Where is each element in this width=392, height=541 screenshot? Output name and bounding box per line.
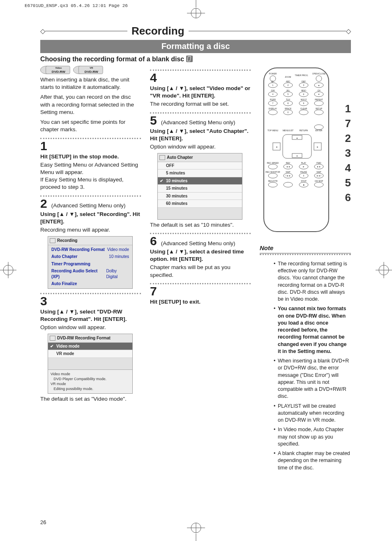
remote-callout-number: 7: [345, 118, 351, 129]
svg-text:3: 3: [303, 84, 304, 86]
note-item: When inserting a blank DVD+R or DVD+RW d…: [274, 358, 351, 400]
step-1-body: Easy Setting Menu or Advanced Setting Me…: [40, 161, 141, 191]
svg-text:ZOOM: ZOOM: [285, 76, 291, 78]
svg-text:CM SKIP: CM SKIP: [315, 180, 323, 182]
page-number: 26: [40, 519, 46, 525]
osd-format-footer: Video mode DVD Player Compatibility mode…: [48, 369, 132, 393]
svg-text:TOP MENU: TOP MENU: [267, 129, 279, 132]
crop-mark-bottom: [184, 520, 208, 541]
svg-text:SETUP: SETUP: [316, 107, 323, 110]
step-2-body: Recording menu will appear.: [40, 226, 141, 234]
osd-option: 15 minutes: [158, 185, 242, 193]
folder-icon: [50, 336, 55, 341]
dvd-rw-video-badge: VideoDVD-RW: [40, 65, 71, 74]
svg-text:▲: ▲: [318, 84, 320, 86]
svg-text:◄: ◄: [276, 146, 278, 148]
column-3: POWER ZOOM TIMER PROG. OPEN/CLOSE @!.1AB…: [260, 65, 351, 476]
osd-row: DVD-RW Recording FormatVideo mode: [48, 246, 132, 253]
note-item: The recording format setting is effectiv…: [274, 260, 351, 303]
svg-text:PQRS: PQRS: [270, 98, 276, 101]
remote-callout-number: 5: [345, 177, 351, 188]
svg-text:JKL: JKL: [286, 89, 290, 92]
step-3-head: Using [▲ / ▼], select "DVD-RW Recording …: [40, 308, 141, 323]
svg-text:MNO: MNO: [301, 89, 306, 92]
note-item: You cannot mix two formats on one DVD-RW…: [274, 305, 351, 355]
crop-mark-left: [0, 262, 16, 279]
svg-text:▼: ▼: [318, 93, 320, 95]
note-heading: Note: [260, 244, 351, 253]
svg-text:CH: CH: [317, 89, 321, 92]
remote-callout-number: 6: [345, 192, 351, 203]
manual-page: E6701UD_ENSP.qx3 05.4.26 12:01 Page 26 ◇…: [0, 0, 392, 541]
remote-callout-number: 1: [345, 103, 351, 114]
column-2: 4 Using [▲ / ▼], select "Video mode" or …: [150, 65, 251, 476]
step-7-head: Hit [SETUP] to exit.: [150, 298, 251, 306]
crop-mark-right: [376, 262, 392, 279]
step-6-body: Chapter marks will be put as you specifi…: [150, 264, 251, 279]
svg-text:GHI: GHI: [271, 89, 275, 92]
svg-text:4: 4: [272, 93, 274, 95]
folder-icon: [50, 238, 55, 243]
svg-text:SKIP: SKIP: [286, 171, 291, 173]
svg-text:POWER: POWER: [269, 72, 277, 75]
osd-option: ✔Video mode: [48, 343, 132, 351]
step-4-head: Using [▲ / ▼], select "Video mode" or "V…: [150, 85, 251, 100]
intro-p3: You can set specific time points for cha…: [40, 118, 141, 133]
svg-point-85: [314, 125, 323, 130]
svg-point-98: [268, 173, 277, 178]
svg-text:►: ►: [303, 165, 305, 168]
svg-text:►►: ►►: [317, 165, 321, 168]
svg-text:TUV: TUV: [286, 98, 291, 101]
subsection-heading: Choosing the recording format of a blank…: [40, 56, 351, 63]
svg-text:@!.: @!.: [271, 80, 274, 83]
notes-list: The recording format setting is effectiv…: [260, 260, 351, 471]
svg-text:REC MONITOR: REC MONITOR: [265, 171, 280, 173]
step-5-head: Using [▲ / ▼], select "Auto Chapter". Hi…: [150, 128, 251, 142]
svg-text:DVD-RW: DVD-RW: [52, 70, 65, 74]
note-item: PLAYLIST will be created automatically w…: [274, 403, 351, 424]
svg-text:9: 9: [303, 102, 304, 104]
osd-row: Auto Finalize: [48, 280, 132, 288]
svg-point-87: [268, 164, 277, 169]
svg-text:OPEN/CLOSE: OPEN/CLOSE: [312, 72, 326, 75]
svg-text:STOP: STOP: [301, 180, 307, 182]
dvd-insert-icon: [186, 56, 193, 62]
svg-point-115: [314, 182, 323, 187]
remote-callout-number: 3: [345, 148, 351, 158]
osd-option: 5 minutes: [158, 169, 242, 177]
step-4-body: The recording format will be set.: [150, 100, 251, 108]
print-header: E6701UD_ENSP.qx3 05.4.26 12:01 Page 26: [25, 3, 128, 8]
page-title: Recording: [131, 25, 184, 37]
osd-autochapter-menu: Auto Chapter OFF5 minutes✔10 minutes15 m…: [157, 153, 242, 220]
svg-text:0: 0: [288, 111, 289, 114]
svg-text:REPEAT: REPEAT: [315, 98, 323, 101]
svg-point-71: [314, 110, 323, 115]
step-7-number: 7: [150, 285, 157, 297]
diamond-right-icon: ◇: [346, 27, 351, 35]
svg-text:▲: ▲: [296, 137, 298, 139]
svg-text:DVD-RW: DVD-RW: [85, 70, 98, 74]
folder-icon: [159, 155, 165, 160]
step-2-head: Using [▲ / ▼], select "Recording". Hit […: [40, 211, 141, 225]
svg-text:DISPLAY: DISPLAY: [269, 107, 277, 110]
svg-text:FWD: FWD: [316, 162, 321, 164]
svg-text:ABC: ABC: [286, 80, 291, 83]
svg-text:MENU/LIST: MENU/LIST: [283, 129, 294, 132]
note-item: In Video mode, Auto Chapter may not show…: [274, 426, 351, 448]
svg-text:I◄◄: I◄◄: [286, 174, 290, 177]
step-2-advnote: (Advanced Setting Menu only): [51, 202, 126, 209]
svg-text:▼: ▼: [296, 155, 298, 157]
svg-text:CLEAR: CLEAR: [300, 107, 307, 110]
osd-dvdrw-format-menu: DVD-RW Recording Format ✔Video modeVR mo…: [48, 334, 133, 393]
step-4-number: 4: [150, 72, 157, 84]
intro-p2: After that, you can record on the disc w…: [40, 93, 141, 116]
step-6-number: 6: [150, 235, 157, 247]
osd-option: VR mode: [48, 350, 132, 358]
remote-callout-number: 2: [345, 133, 351, 144]
svg-text:1: 1: [272, 84, 274, 86]
svg-text:PLAY: PLAY: [301, 162, 307, 164]
svg-text:2: 2: [288, 84, 289, 86]
step-3-tail: The default is set as "Video mode".: [40, 395, 141, 403]
svg-point-109: [268, 182, 277, 187]
svg-text:RETURN: RETURN: [300, 129, 308, 132]
